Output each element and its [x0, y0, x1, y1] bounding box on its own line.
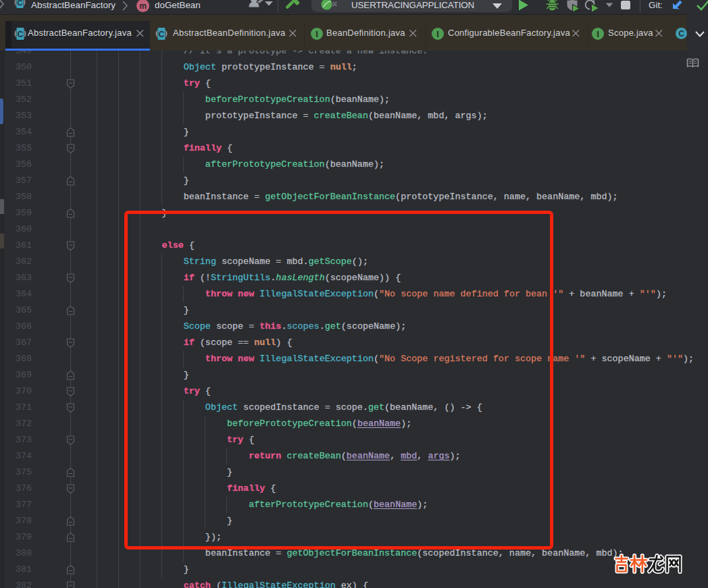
svg-text:I: I: [597, 29, 599, 39]
svg-text:I: I: [315, 29, 318, 39]
svg-text:C: C: [159, 30, 165, 39]
svg-text:C: C: [18, 30, 24, 39]
svg-text:C: C: [678, 29, 684, 38]
svg-text:I: I: [436, 29, 439, 39]
